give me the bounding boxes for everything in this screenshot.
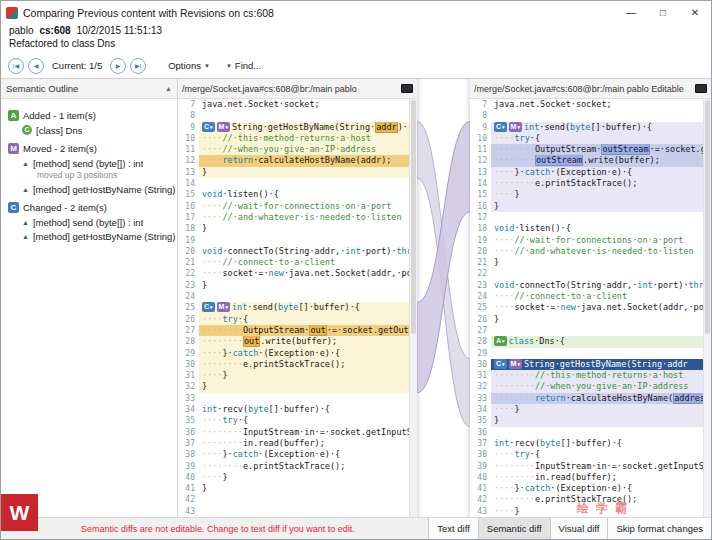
code-line[interactable]: 23void·connectTo(String·addr,·int·port)·… bbox=[470, 280, 703, 291]
code-line[interactable]: 10····try·{ bbox=[470, 133, 703, 144]
code-line[interactable]: 24····//·connect·to·a·client bbox=[470, 291, 703, 302]
skip-format-changes-button[interactable]: Skip format changes bbox=[607, 518, 711, 539]
code-line[interactable]: 27········OutputStream·out·=·socket.getO… bbox=[178, 325, 409, 336]
moved-badge-icon[interactable]: M▾ bbox=[217, 122, 230, 132]
changed-badge-icon[interactable]: C▾ bbox=[494, 122, 507, 132]
code-line[interactable]: 31········//·this·method·returns·a·host bbox=[470, 370, 703, 381]
code-line[interactable]: 25C▾M▾int·send(byte[]·buffer)·{ bbox=[178, 302, 409, 313]
code-line[interactable]: 29 bbox=[470, 348, 703, 359]
code-line[interactable]: 14 bbox=[178, 178, 409, 189]
scrollbar-thumb[interactable] bbox=[411, 100, 416, 334]
code-line[interactable]: 35} bbox=[470, 415, 703, 426]
code-line[interactable]: 15····} bbox=[470, 189, 703, 200]
code-line[interactable]: 30········e.printStackTrace(); bbox=[178, 359, 409, 370]
code-line[interactable]: 26} bbox=[470, 314, 703, 325]
code-line[interactable]: 28········out.write(buffer); bbox=[178, 336, 409, 347]
code-line[interactable]: 21····//·connect·to·a·client bbox=[178, 257, 409, 268]
code-line[interactable]: 13} bbox=[178, 167, 409, 178]
code-line[interactable]: 33········return·calculateHostByName(add… bbox=[470, 393, 703, 404]
last-diff-button[interactable]: ▶| bbox=[130, 58, 146, 74]
code-line[interactable]: 9C▾M▾int·send(byte[]·buffer)·{ bbox=[470, 122, 703, 133]
code-line[interactable]: 32········//·when·you·give·an·IP·address bbox=[470, 381, 703, 392]
code-line[interactable]: 23} bbox=[178, 280, 409, 291]
code-line[interactable]: 33 bbox=[178, 393, 409, 404]
code-line[interactable]: 29····}·catch·(Exception·e)·{ bbox=[178, 348, 409, 359]
code-line[interactable]: 17····//·and·whatever·is·needed·to·liste… bbox=[178, 212, 409, 223]
screen-icon[interactable] bbox=[695, 84, 707, 93]
code-line[interactable]: 38····}·catch·(Exception·e)·{ bbox=[178, 449, 409, 460]
changed-badge-icon[interactable]: C▾ bbox=[494, 359, 507, 369]
code-line[interactable]: 38····try·{ bbox=[470, 449, 703, 460]
code-line[interactable]: 31····} bbox=[178, 370, 409, 381]
moved-badge-icon[interactable]: M▾ bbox=[217, 302, 230, 312]
code-line[interactable]: 20····//·and·whatever·is·needed·to·liste… bbox=[470, 246, 703, 257]
semantic-diff-button[interactable]: Semantic diff bbox=[478, 518, 550, 539]
code-line[interactable]: 37········in.read(buffer); bbox=[178, 438, 409, 449]
code-line[interactable]: 35····try·{ bbox=[178, 415, 409, 426]
moved-badge-icon[interactable]: M▾ bbox=[509, 122, 522, 132]
code-line[interactable]: 37int·recv(byte[]·buffer)·{ bbox=[470, 438, 703, 449]
code-line[interactable]: 42 bbox=[178, 494, 409, 505]
code-line[interactable]: 32} bbox=[178, 381, 409, 392]
collapse-icon[interactable]: ▲ bbox=[165, 85, 172, 92]
code-line[interactable]: 19 bbox=[178, 235, 409, 246]
visual-diff-button[interactable]: Visual diff bbox=[550, 518, 608, 539]
code-line[interactable]: 7java.net.Socket·socket; bbox=[178, 99, 409, 110]
minimize-button[interactable]: — bbox=[615, 1, 647, 24]
outline-item[interactable]: ▲[method] send (byte[]) : int bbox=[1, 215, 177, 229]
outline-group[interactable]: CChanged - 2 item(s) bbox=[1, 199, 177, 215]
outline-group[interactable]: MMoved - 2 item(s) bbox=[1, 140, 177, 156]
screen-icon[interactable] bbox=[401, 84, 413, 93]
code-line[interactable]: 21} bbox=[470, 257, 703, 268]
code-line[interactable]: 26····try·{ bbox=[178, 314, 409, 325]
text-diff-button[interactable]: Text diff bbox=[428, 518, 478, 539]
code-line[interactable]: 34int·recv(byte[]·buffer)·{ bbox=[178, 404, 409, 415]
code-line[interactable]: 16····//·wait·for·connections·on·a·port bbox=[178, 201, 409, 212]
code-line[interactable]: 11····//·when·you·give·an·IP·address bbox=[178, 144, 409, 155]
maximize-button[interactable]: □ bbox=[647, 1, 679, 24]
code-line[interactable]: 41} bbox=[178, 483, 409, 494]
code-line[interactable]: 20void·connectTo(String·addr,·int·port)·… bbox=[178, 246, 409, 257]
code-line[interactable]: 11········OutputStream·outStream·=·socke… bbox=[470, 144, 703, 155]
code-line[interactable]: 28A▾class·Dns·{ bbox=[470, 336, 703, 347]
code-line[interactable]: 10····//·this·method·returns·a·host bbox=[178, 133, 409, 144]
code-line[interactable]: 14········e.printStackTrace(); bbox=[470, 178, 703, 189]
code-line[interactable]: 13····}·catch·(Exception·e)·{ bbox=[470, 167, 703, 178]
find-button[interactable]: ▼ Find... bbox=[220, 58, 267, 73]
code-line[interactable]: 27 bbox=[470, 325, 703, 336]
first-diff-button[interactable]: |◀ bbox=[8, 58, 24, 74]
close-button[interactable]: ✕ bbox=[679, 1, 711, 24]
right-scrollbar[interactable] bbox=[703, 99, 711, 517]
code-line[interactable]: 18} bbox=[178, 223, 409, 234]
outline-item[interactable]: ▲[method] getHostByName (String) : S bbox=[1, 182, 177, 196]
code-line[interactable]: 17 bbox=[470, 212, 703, 223]
left-scrollbar[interactable] bbox=[409, 99, 417, 517]
code-line[interactable]: 40····} bbox=[178, 472, 409, 483]
code-line[interactable]: 36 bbox=[470, 427, 703, 438]
scrollbar-thumb[interactable] bbox=[705, 100, 710, 334]
outline-item[interactable]: C[class] Dns bbox=[1, 123, 177, 137]
moved-badge-icon[interactable]: M▾ bbox=[509, 359, 522, 369]
code-line[interactable]: 9C▾M▾String·getHostByName(String·addr)·{ bbox=[178, 122, 409, 133]
code-line[interactable]: 22····socket·=·new·java.net.Socket(addr,… bbox=[178, 268, 409, 279]
next-diff-button[interactable]: ▶ bbox=[110, 58, 126, 74]
code-line[interactable]: 40········in.read(buffer); bbox=[470, 472, 703, 483]
code-line[interactable]: 12········outStream.write(buffer); bbox=[470, 155, 703, 166]
prev-diff-button[interactable]: ◀ bbox=[28, 58, 44, 74]
code-line[interactable]: 39········e.printStackTrace(); bbox=[178, 461, 409, 472]
code-line[interactable]: 15void·listen()·{ bbox=[178, 189, 409, 200]
options-button[interactable]: Options ▼ bbox=[162, 58, 216, 73]
code-line[interactable]: 25····socket·=·new·java.net.Socket(addr,… bbox=[470, 302, 703, 313]
code-line[interactable]: 19····//·wait·for·connections·on·a·port bbox=[470, 235, 703, 246]
code-line[interactable]: 30C▾M▾String·getHostByName(String·addr bbox=[470, 359, 703, 370]
changed-badge-icon[interactable]: C▾ bbox=[202, 122, 215, 132]
code-line[interactable]: 36········InputStream·in·=·socket.getInp… bbox=[178, 427, 409, 438]
code-line[interactable]: 8 bbox=[178, 110, 409, 121]
outline-item[interactable]: ▲[method] send (byte[]) : int bbox=[1, 156, 177, 170]
added-badge-icon[interactable]: A▾ bbox=[494, 336, 507, 346]
code-line[interactable]: 41····}·catch·(Exception·e)·{ bbox=[470, 483, 703, 494]
code-line[interactable]: 7java.net.Socket·socket; bbox=[470, 99, 703, 110]
code-line[interactable]: 18void·listen()·{ bbox=[470, 223, 703, 234]
outline-group[interactable]: AAdded - 1 item(s) bbox=[1, 107, 177, 123]
code-line[interactable]: 34····} bbox=[470, 404, 703, 415]
